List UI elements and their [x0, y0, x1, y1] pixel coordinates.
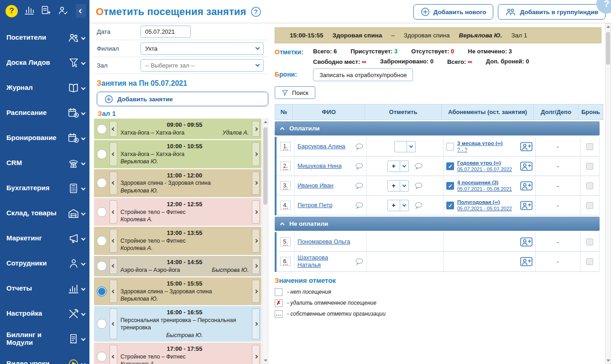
lesson-row-1100[interactable]: 11:00 - 12:00 Здоровая спина - Здоровая … [94, 169, 261, 197]
lesson-next-button[interactable] [252, 280, 260, 303]
sidebar-item-billing[interactable]: Биллинг и Модули [0, 326, 89, 351]
booking-checkbox[interactable] [586, 143, 593, 150]
subscription-checkbox-checked[interactable] [446, 182, 454, 190]
assign-subscription-icon[interactable] [520, 181, 533, 191]
sidebar-item-schedule[interactable]: Расписание [0, 100, 89, 125]
sidebar-item-booking[interactable]: Бронирование [0, 125, 89, 151]
booking-checkbox[interactable] [586, 163, 593, 170]
sidebar-item-journal[interactable]: Журнал [0, 75, 89, 100]
subscription-dates-link[interactable]: 05.07.2021 - 05.01.2022 [457, 206, 517, 211]
mark-select[interactable]: + [387, 161, 409, 172]
assign-subscription-icon[interactable] [520, 201, 533, 210]
search-button[interactable]: Поиск [275, 86, 315, 99]
lesson-row-1500-selected[interactable]: 15:00 - 15:55 Здоровая спина – Здоровая … [94, 277, 261, 305]
mark-comment-icon[interactable] [414, 182, 423, 189]
lesson-next-button[interactable] [252, 258, 260, 274]
lesson-radio[interactable] [97, 261, 107, 271]
subscription-checkbox-checked[interactable] [446, 202, 454, 209]
group-header-unpaid[interactable]: Не оплатили [275, 217, 600, 231]
sidebar-item-visitors[interactable]: Посетители [0, 25, 89, 50]
booking-checkbox[interactable] [586, 202, 593, 209]
lesson-prev-button[interactable] [110, 280, 117, 303]
scroll-down-icon[interactable] [264, 359, 267, 362]
group-header-paid[interactable]: Оплатили [275, 121, 600, 135]
sidebar-collapse-icon[interactable] [76, 4, 86, 18]
comment-icon[interactable] [355, 182, 364, 189]
sidebar-item-marketing[interactable]: Маркетинг [0, 226, 89, 251]
sidebar-item-crm[interactable]: CRM [0, 151, 89, 176]
lesson-list-scrollbar[interactable] [262, 119, 268, 364]
lesson-next-button[interactable] [252, 172, 260, 195]
hall-select[interactable]: -- Выберите зал -- [141, 59, 264, 72]
client-name-link[interactable]: Иванов Иван [298, 182, 334, 189]
lesson-radio[interactable] [97, 236, 107, 246]
client-name-link[interactable]: Пономарева Ольга [298, 238, 350, 245]
title-help-icon[interactable]: ? [251, 7, 261, 17]
lesson-radio[interactable] [97, 124, 107, 134]
client-name-link[interactable]: Петров Петр [298, 202, 332, 209]
sidebar-item-video-lessons[interactable]: Видео уроки [0, 351, 89, 364]
subscription-checkbox[interactable] [446, 143, 454, 151]
lesson-row-1200[interactable]: 12:00 - 12:55 Стройное тело – Фитнес Кор… [94, 198, 261, 226]
branch-select[interactable]: Ухта [141, 42, 264, 55]
sidebar-item-accounting[interactable]: Бухгалтерия [0, 176, 89, 201]
subscription-dates-link[interactable]: 05.07.2021 - 05.08.2021 [457, 186, 517, 192]
scroll-up-icon[interactable] [606, 26, 610, 28]
booking-checkbox[interactable] [586, 239, 593, 245]
comment-icon[interactable] [355, 202, 364, 209]
mark-select[interactable]: + [387, 180, 409, 192]
stats-icon[interactable] [24, 5, 35, 17]
subscription-checkbox-checked[interactable] [446, 162, 454, 170]
sidebar-item-leads-board[interactable]: Доска Лидов $ [0, 50, 89, 75]
lesson-next-button[interactable] [252, 308, 260, 339]
lesson-radio[interactable] [97, 352, 107, 362]
assign-subscription-icon[interactable] [520, 161, 533, 171]
lesson-next-button[interactable] [252, 345, 260, 364]
help-icon[interactable]: ? [5, 5, 18, 17]
lesson-radio[interactable] [97, 319, 107, 329]
add-lesson-button[interactable]: Добавить занятие [97, 92, 268, 106]
comment-icon[interactable] [355, 163, 364, 170]
sidebar-item-employees[interactable]: Сотрудники [0, 251, 89, 276]
assign-subscription-icon[interactable] [520, 237, 533, 247]
lesson-prev-button[interactable] [110, 172, 117, 195]
sidebar-item-reports[interactable]: Отчеты [0, 276, 89, 301]
lesson-prev-button[interactable] [110, 308, 117, 339]
assign-subscription-icon[interactable] [520, 142, 533, 151]
page-scrollbar[interactable] [605, 23, 611, 364]
lesson-prev-button[interactable] [110, 121, 117, 137]
comment-icon[interactable] [355, 143, 364, 150]
mark-comment-icon[interactable] [414, 202, 423, 209]
client-name-link[interactable]: Барсукова Алина [298, 143, 345, 150]
subscription-link[interactable]: Годовая утро (∞) [457, 160, 517, 166]
document-add-icon[interactable] [41, 5, 52, 17]
lesson-radio-selected[interactable] [97, 286, 107, 296]
lesson-prev-button[interactable] [110, 258, 117, 274]
comment-icon[interactable] [355, 258, 364, 265]
lesson-next-button[interactable] [252, 229, 260, 252]
lesson-next-button[interactable] [252, 142, 260, 166]
lesson-row-0900[interactable]: 09:00 - 09:55 Хатха-йога – Хатха-йогаУда… [94, 119, 261, 139]
record-trial-button[interactable]: Записать на отработку/пробное [313, 68, 413, 81]
subscription-dates-link[interactable]: ? - ? [457, 147, 517, 152]
lesson-radio[interactable] [97, 178, 107, 188]
assign-subscription-icon[interactable] [520, 257, 533, 266]
date-input[interactable] [141, 26, 191, 38]
booking-checkbox[interactable] [586, 258, 593, 265]
lesson-row-1700[interactable]: 17:00 - 17:55 Стройное тело – Фитнес Кир… [94, 343, 261, 364]
lesson-prev-button[interactable] [110, 142, 117, 166]
add-new-button[interactable]: Добавить нового [413, 4, 494, 20]
person-check-icon[interactable] [57, 5, 69, 17]
booking-checkbox[interactable] [586, 182, 593, 189]
lesson-row-1300[interactable]: 13:00 - 13:55 Стройное тело – Фитнес Кор… [94, 227, 261, 255]
scroll-down-icon[interactable] [606, 359, 610, 362]
subscription-link[interactable]: 3 месяца утро (∞) [457, 140, 517, 146]
scrollbar-thumb[interactable] [263, 127, 267, 205]
lesson-radio[interactable] [97, 207, 107, 217]
scroll-up-icon[interactable] [264, 121, 267, 123]
lesson-prev-button[interactable] [110, 345, 117, 364]
mark-select[interactable] [394, 141, 416, 152]
sidebar-item-settings[interactable]: Настройка [0, 301, 89, 326]
client-name-link[interactable]: Шахтарова Наталья [298, 254, 339, 269]
subscription-dates-link[interactable]: 05.07.2021 - 05.07.2022 [457, 166, 517, 172]
